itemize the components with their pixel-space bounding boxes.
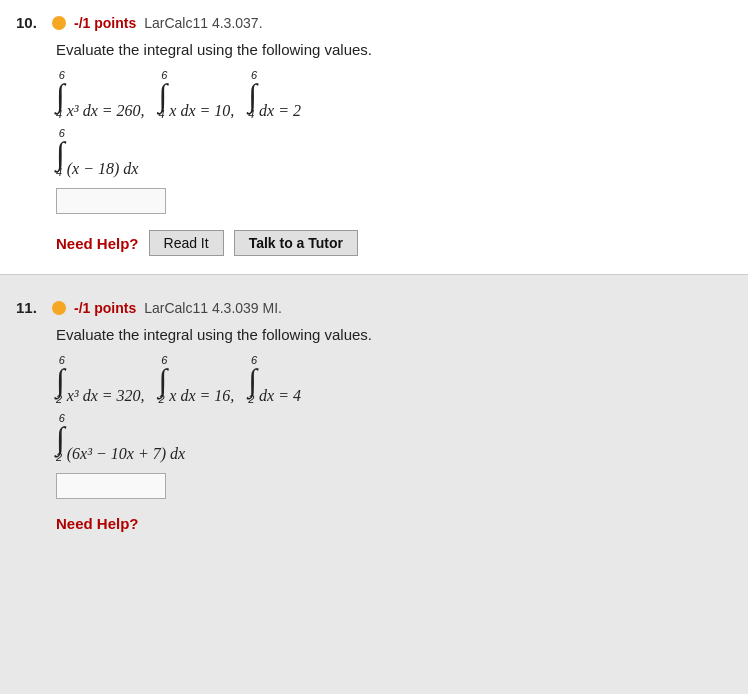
need-help-row-11: Need Help? — [56, 515, 732, 532]
q11-int-sign-3: 6 ∫ 2 — [248, 355, 257, 405]
target-integral-10: 6 ∫ 4 (x − 18) dx — [56, 128, 732, 178]
problem-ref-11: LarCalc11 4.3.039 MI. — [144, 300, 282, 316]
problem-ref-10: LarCalc11 4.3.037. — [144, 15, 262, 31]
question-11-number: 11. — [16, 299, 44, 316]
question-11-header: 11. -/1 points LarCalc11 4.3.039 MI. — [16, 299, 732, 316]
q11-int-sign-1: 6 ∫ 2 — [56, 355, 65, 405]
question-10-header: 10. -/1 points LarCalc11 4.3.037. — [16, 14, 732, 31]
integral-expr-2: 6 ∫ 4 x dx = 10, — [159, 70, 235, 120]
question-11-body: Evaluate the integral using the followin… — [16, 326, 732, 532]
int-sign-2: 6 ∫ 4 — [159, 70, 168, 120]
target-integral-11: 6 ∫ 2 (6x³ − 10x + 7) dx — [56, 413, 732, 463]
need-help-row-10: Need Help? Read It Talk to a Tutor — [56, 230, 732, 256]
q11-integral-expr-2: 6 ∫ 2 x dx = 16, — [159, 355, 235, 405]
q11-int-sign-2: 6 ∫ 2 — [159, 355, 168, 405]
target-int-sign-11: 6 ∫ 2 — [56, 413, 65, 463]
points-label-11: -/1 points — [74, 300, 136, 316]
question-10-block: 10. -/1 points LarCalc11 4.3.037. Evalua… — [0, 0, 748, 275]
answer-input-11[interactable] — [56, 473, 166, 499]
target-int-sign-10: 6 ∫ 4 — [56, 128, 65, 178]
points-label-10: -/1 points — [74, 15, 136, 31]
int-sign-3: 6 ∫ 4 — [248, 70, 257, 120]
integral-expr-1: 6 ∫ 4 x³ dx = 260, — [56, 70, 145, 120]
target-integral-expr-10: 6 ∫ 4 (x − 18) dx — [56, 128, 138, 178]
given-values-row-10: 6 ∫ 4 x³ dx = 260, 6 ∫ 4 x dx = 10, 6 — [56, 70, 732, 120]
question-11-block: 11. -/1 points LarCalc11 4.3.039 MI. Eva… — [0, 285, 748, 550]
bullet-icon-10 — [52, 16, 66, 30]
instruction-11: Evaluate the integral using the followin… — [56, 326, 732, 343]
bullet-icon-11 — [52, 301, 66, 315]
read-it-button-10[interactable]: Read It — [149, 230, 224, 256]
instruction-10: Evaluate the integral using the followin… — [56, 41, 732, 58]
question-10-number: 10. — [16, 14, 44, 31]
answer-input-10[interactable] — [56, 188, 166, 214]
q11-integral-expr-1: 6 ∫ 2 x³ dx = 320, — [56, 355, 145, 405]
given-values-row-11: 6 ∫ 2 x³ dx = 320, 6 ∫ 2 x dx = 16, 6 — [56, 355, 732, 405]
target-integral-expr-11: 6 ∫ 2 (6x³ − 10x + 7) dx — [56, 413, 185, 463]
question-10-body: Evaluate the integral using the followin… — [16, 41, 732, 256]
int-sign-1: 6 ∫ 4 — [56, 70, 65, 120]
integral-expr-3: 6 ∫ 4 dx = 2 — [248, 70, 301, 120]
q11-integral-expr-3: 6 ∫ 2 dx = 4 — [248, 355, 301, 405]
need-help-label-10: Need Help? — [56, 235, 139, 252]
need-help-label-11: Need Help? — [56, 515, 139, 532]
talk-tutor-button-10[interactable]: Talk to a Tutor — [234, 230, 358, 256]
